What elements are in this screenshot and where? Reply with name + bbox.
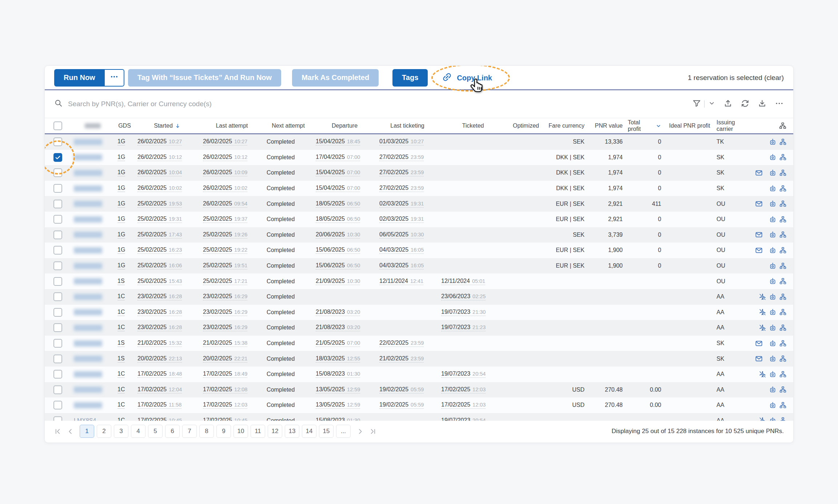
row-checkbox[interactable] (53, 184, 62, 193)
page-button[interactable]: 6 (165, 425, 180, 438)
row-checkbox[interactable] (53, 323, 62, 332)
page-button[interactable]: 9 (216, 425, 231, 438)
robot-icon[interactable] (769, 216, 777, 223)
last-ticketing-header[interactable]: Last ticketing (390, 123, 424, 129)
row-checkbox[interactable] (53, 292, 62, 301)
no-flight-icon[interactable] (759, 308, 766, 316)
row-checkbox[interactable] (53, 261, 62, 270)
mark-as-completed-button[interactable]: Mark As Completed (292, 69, 379, 87)
pnr-redacted[interactable] (74, 263, 102, 269)
hierarchy-icon[interactable] (779, 277, 787, 285)
next-page-icon[interactable] (357, 428, 364, 435)
envelope-icon[interactable] (755, 231, 763, 239)
departure-header[interactable]: Departure (332, 123, 358, 129)
robot-icon[interactable] (769, 293, 777, 301)
envelope-icon[interactable] (755, 169, 763, 177)
page-button[interactable]: 3 (114, 425, 128, 438)
hierarchy-icon[interactable] (779, 371, 787, 378)
pnr-redacted[interactable] (74, 309, 102, 315)
page-button[interactable]: 12 (268, 425, 282, 438)
page-button[interactable]: 5 (148, 425, 163, 438)
pnr-redacted[interactable] (74, 154, 102, 160)
hierarchy-icon[interactable] (779, 185, 787, 192)
sort-desc-icon[interactable] (175, 123, 181, 129)
robot-icon[interactable] (769, 169, 777, 177)
page-button[interactable]: 10 (234, 425, 248, 438)
pnr-redacted[interactable] (74, 340, 102, 347)
page-button[interactable]: 14 (302, 425, 316, 438)
robot-icon[interactable] (769, 138, 777, 146)
search-input[interactable] (68, 100, 692, 108)
robot-icon[interactable] (769, 200, 777, 208)
robot-icon[interactable] (769, 153, 777, 161)
pnr-redacted[interactable] (74, 356, 102, 362)
hierarchy-icon[interactable] (779, 216, 787, 223)
chevron-down-icon[interactable] (708, 100, 715, 108)
row-checkbox[interactable] (53, 401, 62, 409)
robot-icon[interactable] (769, 308, 777, 316)
last-page-icon[interactable] (370, 428, 376, 435)
hierarchy-icon[interactable] (779, 262, 787, 270)
page-button[interactable]: 15 (319, 425, 334, 438)
row-checkbox[interactable] (53, 246, 62, 255)
row-checkbox[interactable] (53, 339, 62, 348)
row-checkbox[interactable] (53, 308, 62, 317)
hierarchy-icon[interactable] (779, 401, 787, 409)
filter-icon[interactable] (692, 99, 701, 109)
hierarchy-icon[interactable] (779, 293, 787, 301)
no-flight-icon[interactable] (759, 293, 766, 301)
page-button[interactable]: 7 (182, 425, 197, 438)
upload-icon[interactable] (723, 99, 733, 109)
row-checkbox[interactable] (53, 231, 62, 239)
copy-link-button[interactable]: Copy Link (437, 69, 496, 87)
page-button[interactable]: 8 (199, 425, 214, 438)
robot-icon[interactable] (769, 185, 777, 192)
refresh-icon[interactable] (741, 99, 750, 109)
robot-icon[interactable] (769, 371, 777, 378)
hierarchy-icon[interactable] (779, 308, 787, 316)
hierarchy-icon[interactable] (779, 138, 787, 146)
tags-button[interactable]: Tags (392, 69, 428, 87)
robot-icon[interactable] (769, 417, 777, 421)
robot-icon[interactable] (769, 386, 777, 393)
issuing-carrier-header[interactable]: Issuing carrier (717, 119, 750, 132)
run-now-button[interactable]: Run Now (54, 69, 105, 87)
hierarchy-icon[interactable] (779, 324, 787, 332)
row-checkbox[interactable] (53, 200, 62, 208)
envelope-icon[interactable] (755, 246, 763, 255)
prev-page-icon[interactable] (67, 428, 74, 435)
hierarchy-icon[interactable] (779, 169, 787, 177)
more-icon[interactable] (775, 99, 784, 109)
pnr-redacted[interactable] (74, 325, 102, 331)
page-button[interactable]: 13 (285, 425, 299, 438)
hierarchy-icon[interactable] (779, 386, 787, 393)
run-now-more-button[interactable] (105, 69, 124, 87)
started-header[interactable]: Started (154, 123, 173, 129)
optimized-header[interactable]: Optimized (513, 123, 539, 129)
row-checkbox[interactable] (53, 277, 62, 286)
pnr-redacted[interactable] (74, 387, 102, 393)
first-page-icon[interactable] (54, 428, 61, 435)
select-all-checkbox[interactable] (53, 121, 62, 130)
hierarchy-icon[interactable] (779, 153, 787, 161)
pnr-redacted[interactable] (74, 201, 102, 207)
total-profit-header[interactable]: Total profit (628, 119, 654, 132)
ticketed-header[interactable]: Ticketed (462, 123, 484, 129)
pnr-redacted[interactable] (74, 170, 102, 176)
robot-icon[interactable] (769, 277, 777, 285)
hierarchy-icon[interactable] (779, 417, 787, 421)
page-button[interactable]: 1 (80, 425, 94, 438)
pnr-value-header[interactable]: PNR value (595, 123, 623, 129)
tag-and-run-button[interactable]: Tag With “Issue Tickets” And Run Now (128, 69, 281, 87)
pnr-redacted[interactable] (74, 278, 102, 284)
robot-icon[interactable] (769, 324, 777, 332)
no-flight-icon[interactable] (759, 371, 766, 378)
robot-icon[interactable] (769, 262, 777, 270)
row-checkbox[interactable] (53, 385, 62, 394)
row-checkbox[interactable] (53, 153, 62, 162)
row-checkbox[interactable] (53, 215, 62, 224)
robot-icon[interactable] (769, 231, 777, 239)
no-flight-icon[interactable] (759, 417, 766, 421)
robot-icon[interactable] (769, 247, 777, 254)
pnr-redacted[interactable] (74, 232, 102, 238)
